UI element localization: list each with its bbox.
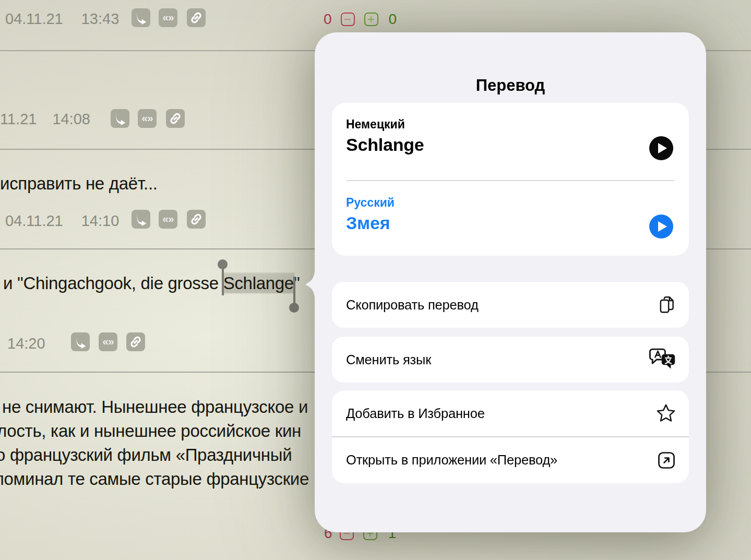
copy-icon [658, 295, 676, 315]
reply-button[interactable] [71, 332, 90, 351]
post-text-line: поминал те самые старые французские [0, 469, 309, 489]
link-button[interactable] [126, 332, 145, 351]
quote-icon: «» [162, 11, 173, 25]
post-meta-row: 11.21 14:08 [0, 111, 90, 128]
reply-button[interactable] [111, 109, 129, 128]
translation-card: Немецкий Schlange Русский Змея [332, 103, 689, 256]
link-icon [129, 335, 142, 349]
card-divider [347, 180, 674, 181]
quote-icon: «» [102, 335, 113, 349]
link-button[interactable] [187, 210, 206, 229]
target-word: Змея [346, 213, 390, 233]
vote-row: 0 − + 0 [324, 11, 397, 28]
copy-translation-label: Скопировать перевод [346, 297, 479, 313]
quote-icon: «» [141, 112, 152, 126]
post-text-line: и "Chingachgook, die grosse Schlange" [3, 273, 300, 293]
reply-icon [134, 11, 148, 25]
post-time: 14:08 [52, 111, 90, 128]
reply-button[interactable] [132, 8, 150, 27]
downvote-button[interactable]: − [341, 13, 355, 26]
target-language-label: Русский [346, 196, 395, 210]
post-date: 11.21 [0, 111, 37, 128]
translate-popover: Перевод Немецкий Schlange Русский Змея С… [315, 32, 706, 532]
post-text-line: о французский фильм «Праздничный [0, 445, 292, 465]
text-before-selection: и "Chingachgook, die grosse [3, 273, 223, 293]
play-icon [658, 221, 667, 232]
link-icon [169, 112, 182, 125]
upvote-button[interactable]: + [364, 13, 378, 26]
post-meta-row: 04.11.21 14:10 [5, 212, 119, 230]
quote-button[interactable]: «» [99, 332, 117, 351]
post-text-line: лость, как и нынешнее российское кин [0, 421, 301, 441]
quote-button[interactable]: «» [159, 210, 177, 229]
post-time: 14:10 [81, 212, 120, 230]
change-language-button[interactable]: Сменить язык [332, 337, 689, 383]
copy-translation-button[interactable]: Скопировать перевод [332, 282, 689, 328]
post-meta-row: 14:20 [7, 335, 45, 352]
reply-icon [134, 212, 148, 226]
quote-icon: «» [162, 212, 173, 227]
minus-icon: − [344, 13, 351, 26]
quote-button[interactable]: «» [159, 8, 177, 27]
play-icon [658, 143, 667, 153]
post-time: 14:20 [7, 335, 45, 352]
star-icon [655, 403, 676, 424]
open-in-app-label: Открыть в приложении «Перевод» [346, 452, 557, 468]
translate-icon [648, 348, 676, 372]
post-time: 13:43 [81, 10, 120, 28]
post-text-line: не снимают. Нынешнее французское и [2, 397, 308, 417]
popover-title: Перевод [315, 76, 706, 95]
plus-icon: + [367, 13, 375, 26]
add-favorite-label: Добавить в Избранное [346, 406, 485, 421]
popover-arrow [304, 264, 315, 305]
source-word: Schlange [346, 135, 424, 155]
selection-handle-end[interactable] [293, 277, 295, 304]
downvote-count: 0 [324, 11, 332, 28]
play-target-button[interactable] [649, 215, 673, 239]
post-text: исправить не даёт... [0, 174, 158, 194]
selected-word: Schlange [223, 273, 294, 293]
actions-card: Добавить в Избранное Открыть в приложени… [332, 390, 689, 483]
post-date: 04.11.21 [5, 212, 63, 230]
reply-icon [113, 112, 127, 125]
link-icon [189, 11, 203, 25]
open-external-icon [657, 450, 676, 470]
selected-text[interactable]: Schlange [223, 273, 294, 293]
selection-handle-start[interactable] [222, 268, 224, 295]
link-button[interactable] [187, 8, 206, 27]
reply-icon [74, 335, 87, 349]
upvote-count: 0 [389, 11, 397, 28]
link-icon [189, 212, 203, 226]
add-favorite-button[interactable]: Добавить в Избранное [332, 390, 689, 436]
change-language-label: Сменить язык [346, 352, 431, 367]
open-in-app-button[interactable]: Открыть в приложении «Перевод» [332, 437, 689, 483]
post-meta-row: 04.11.21 13:43 [5, 10, 119, 28]
source-language-label: Немецкий [346, 117, 405, 132]
post-date: 04.11.21 [5, 10, 63, 28]
reply-button[interactable] [132, 210, 150, 229]
link-button[interactable] [166, 109, 185, 128]
quote-button[interactable]: «» [138, 109, 157, 128]
play-source-button[interactable] [649, 136, 673, 160]
